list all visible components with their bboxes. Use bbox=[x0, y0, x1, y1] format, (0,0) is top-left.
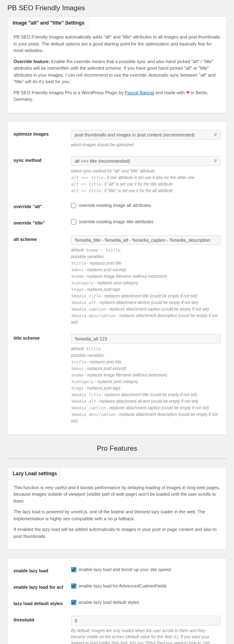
sync-select[interactable]: alt <=> title (recommended) bbox=[71, 156, 220, 166]
threshold-label: threshold bbox=[14, 612, 71, 644]
settings-header: Image "alt" and "title" Settings bbox=[8, 17, 89, 29]
lazy-styles-label: lazy load default styles bbox=[14, 595, 71, 612]
pro-features-title: Pro Features bbox=[92, 444, 142, 453]
lazy-styles-checkbox-label[interactable]: enable lazy load default styles bbox=[71, 599, 220, 605]
enable-lazy-acf-label: enable lazy load for acf bbox=[14, 579, 71, 595]
enable-lazy-checkbox[interactable] bbox=[71, 567, 76, 572]
alt-scheme-input[interactable] bbox=[71, 235, 220, 245]
sync-desc: select sync method for "alt" and "title"… bbox=[71, 168, 220, 194]
intro-text-1: PB SEO Friendly Images automatically add… bbox=[14, 34, 220, 54]
threshold-desc: By default, images are only loaded when … bbox=[71, 628, 220, 644]
override-alt-label: override "alt" bbox=[14, 198, 71, 215]
override-alt-checkbox[interactable] bbox=[71, 203, 76, 208]
override-alt-checkbox-label[interactable]: override existing image alt attributes bbox=[71, 202, 220, 209]
override-title-checkbox[interactable] bbox=[71, 219, 76, 224]
page-title: PB SEO Friendly Images bbox=[7, 4, 227, 12]
enable-lazy-acf-checkbox-label[interactable]: enable lazy load for AdvancedCustomField… bbox=[71, 583, 220, 589]
enable-lazy-acf-checkbox[interactable] bbox=[71, 583, 76, 589]
form-box: optimize images post thumbnails and imag… bbox=[7, 121, 227, 435]
enable-lazy-checkbox-label[interactable]: enable lazy load and boost up your site … bbox=[71, 567, 220, 573]
settings-box: Image "alt" and "title" Settings PB SEO … bbox=[7, 16, 227, 113]
lazy-form-box: enable lazy load enable lazy load and bo… bbox=[7, 558, 227, 644]
heart-icon: ❤ bbox=[186, 90, 190, 95]
divider-line bbox=[7, 458, 227, 459]
author-link[interactable]: Pascal Bajorat bbox=[125, 90, 154, 95]
enable-lazy-label: enable lazy load bbox=[14, 562, 71, 579]
title-scheme-input[interactable] bbox=[71, 334, 220, 344]
title-scheme-label: title scheme bbox=[14, 330, 71, 429]
override-title-label: override "title" bbox=[14, 215, 71, 231]
alt-scheme-label: alt scheme bbox=[14, 231, 71, 330]
alt-scheme-desc: default: %name - %title possible variabl… bbox=[71, 247, 220, 326]
lazy-styles-checkbox[interactable] bbox=[71, 600, 76, 605]
optimize-desc: which images should be optimized bbox=[71, 142, 220, 148]
optimize-label: optimize images bbox=[14, 126, 71, 152]
lazy-p3: If enabled the lazy load will be added a… bbox=[14, 526, 220, 540]
title-scheme-desc: default: %title possible variables: %tit… bbox=[71, 346, 220, 424]
sync-label: sync method bbox=[14, 152, 71, 198]
intro-text-2: Override feature: Enable the override me… bbox=[14, 58, 220, 85]
pro-divider: Pro Features bbox=[7, 444, 227, 453]
optimize-select[interactable]: post thumbnails and images in post conte… bbox=[71, 130, 220, 140]
intro-text-3: PB SEO Friendly Images Pro is a WordPres… bbox=[14, 89, 220, 103]
lazy-p2: The lazy load is powered by unveil.js, o… bbox=[14, 508, 220, 522]
lazy-box: Lazy Load settings This function is very… bbox=[7, 467, 227, 550]
lazy-header: Lazy Load settings bbox=[8, 467, 62, 480]
threshold-input[interactable] bbox=[71, 616, 220, 626]
lazy-p1: This function is very useful and it boos… bbox=[14, 484, 220, 505]
override-title-checkbox-label[interactable]: override existing image title attributes bbox=[71, 219, 220, 225]
